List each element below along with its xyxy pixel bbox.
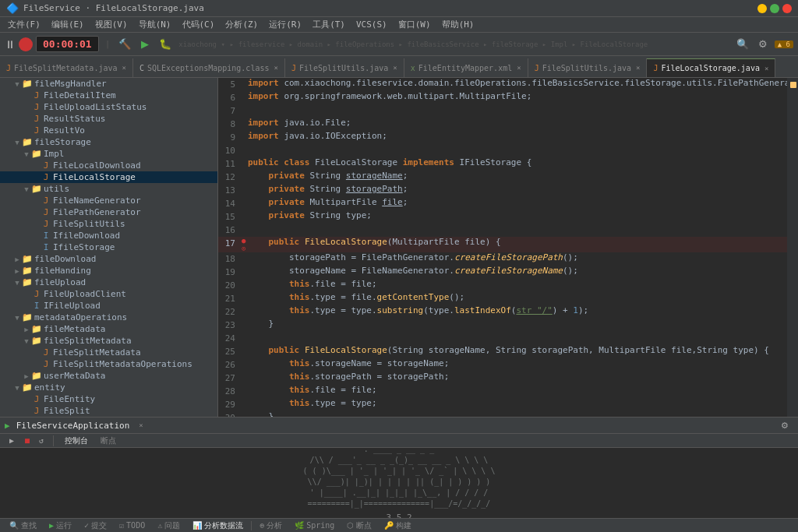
tab-close[interactable]: × [393,64,397,72]
close-run-tab[interactable]: × [139,421,143,429]
tree-item-ifilestorage[interactable]: I IfileStorage [0,241,217,253]
menu-analyze[interactable]: 分析(Z) [221,17,263,32]
menu-window[interactable]: 窗口(W) [394,17,436,32]
line-number: 23 [218,319,242,332]
dataflow-tool[interactable]: 📊 分析数据流 [188,520,248,532]
close-button[interactable] [782,4,792,13]
tab-filelocalstorage[interactable]: J FileLocalStorage.java × [647,58,775,77]
tree-item-resultvo[interactable]: J ResultVo [0,125,217,136]
tree-item-filenamegenerator[interactable]: J FileNameGenerator [0,195,217,206]
java-icon: J [41,207,51,217]
todo-tool[interactable]: ☑ TODO [115,520,150,530]
menu-code[interactable]: 代码(C) [178,17,220,32]
run-button[interactable]: ▶ [136,36,154,53]
maximize-button[interactable] [770,4,779,13]
analyze-tool[interactable]: ⊕ 分析 [255,520,287,532]
line-number: 19 [218,266,242,279]
tab-close[interactable]: × [517,64,521,72]
tree-item-filesplitmetadata[interactable]: ▼ 📁 fileSplitMetadata [0,335,217,347]
tree-item-filesplitutils[interactable]: J FileSplitUtils [0,218,217,230]
debug-button[interactable]: 🐛 [157,36,174,53]
menu-navigate[interactable]: 导航(N) [134,17,176,32]
tree-label: FileSplitMetadata [53,347,141,358]
tree-item-fileupload[interactable]: ▼ 📁 fileUpload [0,277,217,288]
menu-help[interactable]: 帮助(H) [437,17,479,32]
tree-item-filedetailitem[interactable]: J FileDetailItem [0,90,217,101]
pause-button[interactable]: ⏸ [5,38,16,51]
tree-item-impl[interactable]: ▼ 📁 Impl [0,148,217,160]
subtab-breakpoints[interactable]: 断点 [96,435,121,447]
java-icon: J [41,347,51,358]
tab-close[interactable]: × [764,65,768,72]
tree-item-filestorage[interactable]: ▼ 📁 fileStorage [0,136,217,148]
tab-sqlexceptions[interactable]: C SQLExceptionsMapping.class × [133,58,285,77]
folder-icon: 📁 [22,137,33,147]
line-content: this.file = file; [248,279,787,289]
run-subtab-restart[interactable]: ↺ [36,435,47,446]
build-tool[interactable]: 🔑 构建 [380,520,416,532]
tree-item-filelocaldownload[interactable]: J FileLocalDownload [0,160,217,171]
build-button[interactable]: 🔨 [116,36,133,53]
tree-item-ifileupload[interactable]: I IFileUpload [0,300,217,312]
code-line-6: 6 import org.springframework.web.multipa… [218,91,787,104]
breakpoints-tool[interactable]: ⬡ 断点 [342,520,376,532]
console-settings-button[interactable]: ⚙ [776,417,793,434]
tree-item-fileentity[interactable]: J FileEntity [0,393,217,405]
code-editor[interactable]: 5 import com.xiaochong.fileservice.domai… [218,78,787,417]
menu-run[interactable]: 运行(R) [264,17,306,32]
tab-filesplitutils2[interactable]: J FileSplitUtils.java × [528,58,648,77]
spring-tool[interactable]: 🌿 Spring [290,520,339,530]
tree-item-filesplitmetadataoperations[interactable]: J FileSplitMetadataOperations [0,358,217,370]
breakpoint-marker[interactable]: ● ⊙ [242,237,248,252]
issues-tool[interactable]: ⚠ 问题 [153,520,185,532]
tree-item-usermetadata[interactable]: ▶ 📁 userMetaData [0,370,217,382]
menu-file[interactable]: 文件(F) [3,17,45,32]
find-tool[interactable]: 🔍 查找 [5,520,41,532]
tree-label: utils [44,184,69,194]
tree-item-filelocalstorage[interactable]: J FileLocalStorage [0,171,217,183]
tree-item-filepathgenerator[interactable]: J FilePathGenerator [0,206,217,218]
code-line-8: 8 import java.io.File; [218,118,787,131]
subtab-console[interactable]: 控制台 [60,435,93,447]
menu-edit[interactable]: 编辑(E) [47,17,89,32]
interface-icon: I [31,301,42,311]
tree-item-entity[interactable]: ▼ 📁 entity [0,382,217,393]
tab-label: FileEntityMapper.xml [418,64,512,72]
commit-tool[interactable]: ✓ 提交 [79,520,111,532]
tree-item-filemetadata[interactable]: ▶ 📁 fileMetadata [0,323,217,335]
run-subtab-console[interactable]: ▶ [5,435,19,446]
tree-item-filesplit[interactable]: J FileSplit [0,405,217,417]
record-button[interactable] [19,37,33,51]
tab-filesplitutils[interactable]: J FileSplitUtils.java × [285,58,404,77]
tree-item-filemsghandler[interactable]: ▼ 📁 fileMsgHandler [0,78,217,90]
menu-tools[interactable]: 工具(T) [308,17,350,32]
tree-item-ifiledownload[interactable]: I IfileDownload [0,230,217,241]
search-everywhere-button[interactable]: 🔍 [734,36,751,53]
tree-item-resultstatus[interactable]: J ResultStatus [0,113,217,125]
tab-close[interactable]: × [122,64,125,72]
expand-arrow: ▶ [12,267,22,275]
tab-fileentitymapper[interactable]: x FileEntityMapper.xml × [404,58,528,77]
run-tool[interactable]: ▶ 运行 [44,520,76,532]
tab-filesplitmetadata[interactable]: J FileSplitMetadata.java × [0,58,133,77]
tree-item-filesplitmetadata-class[interactable]: J FileSplitMetadata [0,347,217,358]
tree-label: FileDetailItem [44,90,116,100]
menu-view[interactable]: 视图(V) [90,17,132,32]
tab-close[interactable]: × [274,64,277,72]
tree-item-utils[interactable]: ▼ 📁 utils [0,183,217,195]
build-label: 构建 [396,520,411,531]
tree-item-fileuploadclient[interactable]: J FileUploadClient [0,288,217,300]
tree-item-fileuploadliststatus[interactable]: J FileUploadListStatus [0,101,217,113]
tree-item-metadataoperations[interactable]: ▼ 📁 metadataOperations [0,312,217,323]
line-number: 21 [218,292,242,305]
run-subtab-stop[interactable]: ■ [22,435,33,446]
line-content: public FileLocalStorage(MultipartFile fi… [248,237,787,247]
folder-icon: 📁 [31,324,42,334]
tree-item-filehanding[interactable]: ▶ 📁 fileHanding [0,265,217,277]
settings-button[interactable]: ⚙ [754,36,772,53]
tab-close[interactable]: × [636,64,640,72]
menu-vcs[interactable]: VCS(S) [351,18,392,31]
expand-arrow: ▼ [12,384,22,392]
tree-item-filedownload[interactable]: ▶ 📁 fileDownload [0,253,217,265]
minimize-button[interactable] [757,4,767,13]
